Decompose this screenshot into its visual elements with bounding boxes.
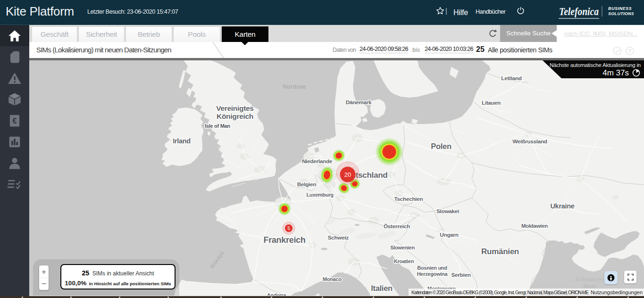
svg-text:Litauen: Litauen — [482, 99, 501, 106]
svg-text:Isle of Man: Isle of Man — [205, 123, 230, 129]
svg-text:Nordsee: Nordsee — [283, 83, 306, 90]
svg-text:Slowenien: Slowenien — [390, 245, 415, 250]
svg-text:Kroatien: Kroatien — [394, 258, 414, 264]
svg-text:Schweiz: Schweiz — [328, 234, 349, 241]
svg-text:Ungarn: Ungarn — [440, 232, 459, 238]
svg-text:Tschechien: Tschechien — [394, 196, 423, 202]
svg-text:Monaco: Monaco — [323, 276, 342, 282]
svg-text:5: 5 — [287, 226, 290, 231]
svg-text:Frankreich: Frankreich — [263, 235, 305, 245]
svg-text:Weißrussland: Weißrussland — [512, 138, 547, 145]
svg-text:BUSINESS: BUSINESS — [608, 6, 632, 11]
svg-text:Herzegowina: Herzegowina — [417, 271, 448, 277]
svg-text:?: ? — [628, 48, 632, 54]
svg-text:Dänemark: Dänemark — [346, 99, 372, 106]
svg-text:Königreich: Königreich — [217, 112, 253, 120]
svg-text:Vereinigtes: Vereinigtes — [216, 104, 253, 112]
svg-text:Schwarzes: Schwarzes — [576, 276, 605, 283]
svg-text:Lettland: Lettland — [501, 75, 522, 82]
svg-text:Belgien: Belgien — [297, 181, 317, 188]
svg-text:Luxemburg: Luxemburg — [306, 192, 333, 198]
svg-text:Österreich: Österreich — [384, 223, 410, 230]
svg-text:Italien: Italien — [371, 284, 393, 292]
svg-text:Biskaya: Biskaya — [209, 250, 225, 270]
svg-text:Moldawien: Moldawien — [521, 223, 548, 229]
svg-text:Telefonica: Telefonica — [559, 6, 599, 17]
svg-text:Niederlande: Niederlande — [302, 158, 333, 165]
svg-text:Polen: Polen — [431, 142, 452, 150]
svg-text:Bosnien und: Bosnien und — [417, 265, 447, 271]
svg-text:Slowakei: Slowakei — [436, 208, 459, 215]
svg-text:Irland: Irland — [173, 137, 191, 145]
svg-text:Serbien: Serbien — [451, 272, 470, 278]
svg-text:Ukraine: Ukraine — [550, 202, 574, 210]
svg-text:€: € — [13, 116, 17, 124]
svg-text:20: 20 — [344, 171, 351, 178]
svg-text:SOLUTIONS: SOLUTIONS — [608, 11, 634, 16]
svg-text:Rumänien: Rumänien — [481, 247, 519, 256]
